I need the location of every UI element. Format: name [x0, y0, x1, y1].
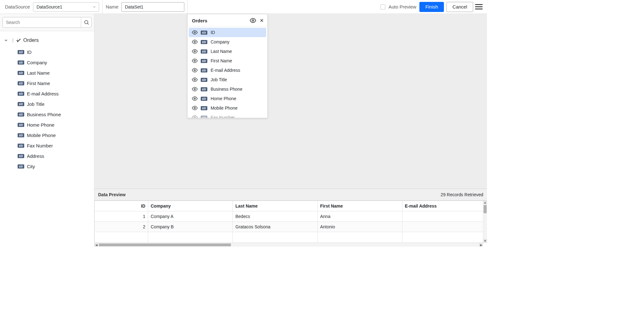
preview-table: IDCompanyLast NameFirst NameE-mail Addre…	[94, 201, 487, 243]
drag-handle-icon[interactable]: ⋮⋮	[11, 39, 14, 41]
string-type-badge: str	[201, 97, 207, 101]
tree-root-orders[interactable]: ⋮⋮ Orders	[3, 36, 94, 47]
table-row[interactable]: 1Company ABedecsAnna	[95, 211, 487, 222]
eye-icon[interactable]	[192, 58, 198, 64]
string-type-badge: str	[201, 31, 207, 35]
tree-field-item[interactable]: strE-mail Address	[3, 89, 94, 99]
orders-field-item[interactable]: strLast Name	[189, 47, 266, 56]
column-header[interactable]: Company	[148, 201, 233, 211]
tree-field-item[interactable]: strMobile Phone	[3, 130, 94, 140]
tree-field-item[interactable]: strCity	[3, 161, 94, 172]
orders-field-item[interactable]: strMobile Phone	[189, 103, 266, 113]
table-cell: Anna	[317, 211, 402, 222]
svg-point-12	[194, 98, 196, 100]
eye-icon[interactable]	[192, 39, 198, 45]
string-type-badge: str	[18, 164, 24, 169]
tree-field-item[interactable]: strCompany	[3, 57, 94, 68]
vertical-scrollbar[interactable]: ▲ ▼	[483, 201, 487, 243]
svg-point-5	[194, 32, 196, 33]
cancel-button[interactable]: Cancel	[446, 2, 473, 12]
svg-point-11	[194, 89, 196, 90]
svg-point-9	[194, 70, 196, 71]
column-header[interactable]: E-mail Address	[402, 201, 487, 211]
string-type-badge: str	[201, 78, 207, 82]
eye-icon[interactable]	[192, 77, 198, 83]
string-type-badge: str	[18, 123, 24, 127]
eye-icon[interactable]	[250, 17, 256, 24]
preview-record-count: 29 Records Retrieved	[441, 192, 483, 197]
eye-icon[interactable]	[192, 105, 198, 111]
eye-icon[interactable]	[192, 96, 198, 101]
column-header[interactable]: ID	[95, 201, 148, 211]
datasource-label: DataSource	[5, 4, 30, 9]
table-cell: 1	[95, 211, 148, 222]
finish-button[interactable]: Finish	[419, 2, 444, 12]
table-cell	[402, 232, 487, 243]
eye-icon[interactable]	[192, 67, 198, 73]
tree-field-item[interactable]: strAddress	[3, 151, 94, 161]
search-text-field[interactable]	[6, 20, 81, 25]
eye-icon[interactable]	[192, 30, 198, 35]
string-type-badge: str	[201, 87, 207, 91]
orders-field-item[interactable]: strJob Title	[189, 75, 266, 84]
column-header[interactable]: First Name	[317, 201, 402, 211]
tree-field-item[interactable]: strFax Number	[3, 140, 94, 151]
top-toolbar: DataSource DataSource1 Name DataSet1 Aut…	[0, 0, 487, 14]
table-row[interactable]: 2Company BGratacos SolsonaAntonio	[95, 222, 487, 232]
search-input[interactable]	[3, 17, 92, 28]
chevron-down-icon[interactable]	[3, 38, 9, 43]
field-label: First Name	[210, 58, 232, 63]
orders-field-item[interactable]: strE-mail Address	[189, 66, 266, 75]
design-canvas[interactable]: Orders strIDstrCompanystrLast NamestrFir…	[94, 14, 487, 189]
table-row[interactable]	[95, 232, 487, 243]
datasource-select[interactable]: DataSource1	[33, 2, 99, 12]
svg-line-1	[87, 23, 88, 24]
tree-field-item[interactable]: strLast Name	[3, 68, 94, 78]
scrollbar-thumb[interactable]	[484, 205, 487, 213]
eye-icon[interactable]	[192, 49, 198, 54]
orders-field-item[interactable]: strHome Phone	[189, 94, 266, 103]
field-label: Mobile Phone	[210, 106, 238, 111]
scroll-left-icon[interactable]: ◀	[94, 243, 98, 247]
auto-preview-checkbox[interactable]	[380, 4, 385, 9]
orders-field-item[interactable]: strFirst Name	[189, 56, 266, 66]
orders-field-item[interactable]: strFax Number	[189, 113, 266, 118]
close-icon[interactable]	[259, 18, 264, 23]
eye-icon[interactable]	[192, 115, 198, 118]
eye-icon[interactable]	[192, 86, 198, 92]
orders-panel[interactable]: Orders strIDstrCompanystrLast NamestrFir…	[187, 14, 268, 118]
scrollbar-thumb[interactable]	[99, 243, 231, 246]
tree-field-item[interactable]: strFirst Name	[3, 78, 94, 89]
horizontal-scrollbar[interactable]: ◀ ▶	[94, 243, 483, 247]
tree-field-item[interactable]: strHome Phone	[3, 120, 94, 130]
orders-field-item[interactable]: strID	[189, 28, 266, 37]
svg-point-8	[194, 60, 196, 62]
menu-icon[interactable]	[475, 3, 483, 11]
orders-panel-title: Orders	[192, 18, 207, 23]
scroll-right-icon[interactable]: ▶	[479, 243, 483, 247]
svg-point-2	[252, 20, 254, 21]
string-type-badge: str	[18, 154, 24, 158]
string-type-badge: str	[201, 68, 207, 72]
tree-field-item[interactable]: strJob Title	[3, 99, 94, 109]
datasource-value: DataSource1	[36, 4, 62, 9]
name-input[interactable]: DataSet1	[121, 2, 184, 12]
data-preview-section: Data Preview 29 Records Retrieved IDComp…	[94, 189, 487, 247]
field-label: Job Title	[27, 101, 44, 107]
table-cell: 2	[95, 222, 148, 232]
scroll-up-icon[interactable]: ▲	[483, 201, 487, 204]
fields-sidebar: ⋮⋮ Orders strIDstrCompanystrLast Namestr…	[0, 14, 94, 247]
column-header[interactable]: Last Name	[233, 201, 317, 211]
chevron-down-icon	[92, 5, 96, 9]
search-icon[interactable]	[81, 17, 89, 27]
orders-field-item[interactable]: strBusiness Phone	[189, 84, 266, 94]
svg-point-10	[194, 79, 196, 81]
string-type-badge: str	[201, 40, 207, 44]
orders-field-item[interactable]: strCompany	[189, 37, 266, 47]
string-type-badge: str	[201, 49, 207, 54]
tree-field-item[interactable]: strID	[3, 47, 94, 57]
field-label: Last Name	[27, 70, 50, 76]
scroll-down-icon[interactable]: ▼	[483, 239, 487, 243]
field-label: E-mail Address	[27, 91, 59, 96]
tree-field-item[interactable]: strBusiness Phone	[3, 109, 94, 120]
